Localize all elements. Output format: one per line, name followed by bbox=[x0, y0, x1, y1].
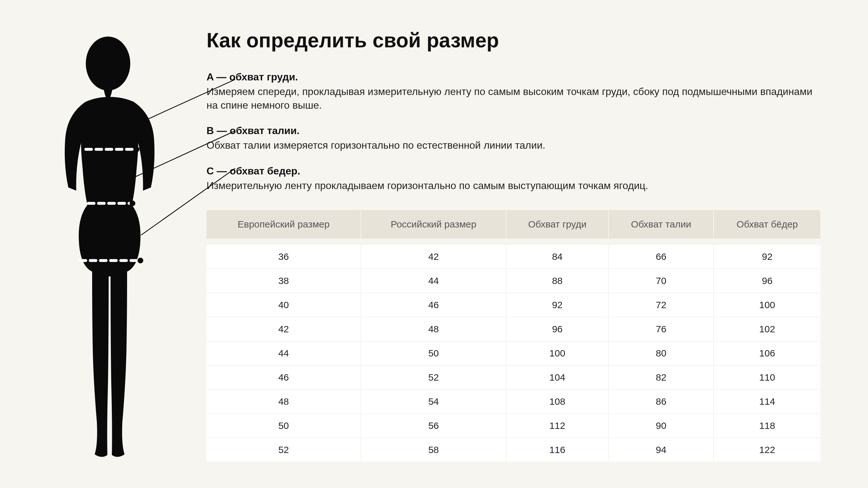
table-cell: 48 bbox=[207, 390, 361, 414]
table-cell: 82 bbox=[608, 366, 713, 390]
table-cell: 108 bbox=[506, 390, 608, 414]
table-cell: 42 bbox=[207, 317, 361, 341]
table-cell: 84 bbox=[506, 245, 608, 269]
table-row: 40469272100 bbox=[207, 293, 820, 317]
table-body: 3642846692384488709640469272100424896761… bbox=[207, 239, 820, 462]
measure-c: C — обхват бедер. Измерительную ленту пр… bbox=[207, 165, 820, 192]
table-cell: 58 bbox=[361, 438, 506, 462]
table-cell: 114 bbox=[713, 390, 820, 414]
page-title: Как определить свой размер bbox=[207, 29, 820, 52]
table-cell: 52 bbox=[207, 438, 361, 462]
table-cell: 46 bbox=[361, 293, 506, 317]
table-cell: 46 bbox=[207, 366, 361, 390]
measure-b-label: B — обхват талии. bbox=[207, 125, 820, 136]
table-cell: 88 bbox=[506, 269, 608, 293]
table-cell: 116 bbox=[506, 438, 608, 462]
table-header-row: Европейский размерРоссийский размерОбхва… bbox=[207, 210, 820, 239]
table-cell: 106 bbox=[713, 341, 820, 366]
table-header-cell: Российский размер bbox=[361, 210, 506, 239]
table-cell: 110 bbox=[713, 366, 820, 390]
table-row: 445010080106 bbox=[207, 341, 820, 366]
table-cell: 44 bbox=[361, 269, 506, 293]
svg-point-4 bbox=[134, 147, 140, 152]
size-guide-page: Как определить свой размер A — обхват гр… bbox=[0, 0, 868, 488]
table-cell: 94 bbox=[608, 438, 713, 462]
measure-a: A — обхват груди. Измеряем спереди, прок… bbox=[207, 71, 820, 112]
table-cell: 50 bbox=[361, 341, 506, 366]
table-cell: 92 bbox=[506, 293, 608, 317]
measure-b-desc: Обхват талии измеряется горизонтально по… bbox=[207, 139, 820, 152]
table-row: 42489676102 bbox=[207, 317, 820, 341]
table-header-cell: Обхват бёдер bbox=[713, 210, 820, 239]
table-cell: 56 bbox=[361, 414, 506, 438]
table-cell: 36 bbox=[207, 245, 361, 269]
table-row: 3642846692 bbox=[207, 245, 820, 269]
table-cell: 96 bbox=[506, 317, 608, 341]
size-table: Европейский размерРоссийский размерОбхва… bbox=[207, 210, 820, 462]
table-cell: 50 bbox=[207, 414, 361, 438]
measure-a-desc: Измеряем спереди, прокладывая измеритель… bbox=[207, 85, 820, 112]
table-header-cell: Европейский размер bbox=[207, 210, 361, 239]
table-header-cell: Обхват талии bbox=[608, 210, 713, 239]
table-cell: 66 bbox=[608, 245, 713, 269]
table-cell: 70 bbox=[608, 269, 713, 293]
table-row: 465210482110 bbox=[207, 366, 820, 390]
silhouette-column bbox=[38, 25, 191, 463]
table-row: 3844887096 bbox=[207, 269, 820, 293]
table-cell: 40 bbox=[207, 293, 361, 317]
table-cell: 42 bbox=[361, 245, 506, 269]
measure-b: B — обхват талии. Обхват талии измеряетс… bbox=[207, 125, 820, 152]
table-row: 505611290118 bbox=[207, 414, 820, 438]
table-header-cell: Обхват груди bbox=[506, 210, 608, 239]
table-cell: 76 bbox=[608, 317, 713, 341]
silhouette-figure bbox=[38, 32, 178, 470]
table-cell: 100 bbox=[713, 293, 820, 317]
table-cell: 38 bbox=[207, 269, 361, 293]
table-cell: 90 bbox=[608, 414, 713, 438]
table-cell: 54 bbox=[361, 390, 506, 414]
table-cell: 44 bbox=[207, 341, 361, 366]
svg-point-0 bbox=[86, 36, 130, 91]
table-cell: 86 bbox=[608, 390, 713, 414]
table-cell: 102 bbox=[713, 317, 820, 341]
table-cell: 100 bbox=[506, 341, 608, 366]
size-table-wrap: Европейский размерРоссийский размерОбхва… bbox=[207, 210, 820, 462]
svg-point-6 bbox=[137, 258, 143, 264]
content-column: Как определить свой размер A — обхват гр… bbox=[207, 25, 820, 463]
table-cell: 72 bbox=[608, 293, 713, 317]
table-cell: 118 bbox=[713, 414, 820, 438]
table-cell: 112 bbox=[506, 414, 608, 438]
table-cell: 122 bbox=[713, 438, 820, 462]
table-cell: 92 bbox=[713, 245, 820, 269]
measure-a-label: A — обхват груди. bbox=[207, 71, 820, 83]
table-cell: 52 bbox=[361, 366, 506, 390]
svg-point-5 bbox=[130, 201, 135, 206]
table-row: 485410886114 bbox=[207, 390, 820, 414]
table-row: 525811694122 bbox=[207, 438, 820, 462]
measure-c-desc: Измерительную ленту прокладываем горизон… bbox=[207, 179, 820, 192]
measure-c-label: C — обхват бедер. bbox=[207, 165, 820, 177]
table-cell: 80 bbox=[608, 341, 713, 366]
table-cell: 96 bbox=[713, 269, 820, 293]
table-cell: 48 bbox=[361, 317, 506, 341]
table-cell: 104 bbox=[506, 366, 608, 390]
